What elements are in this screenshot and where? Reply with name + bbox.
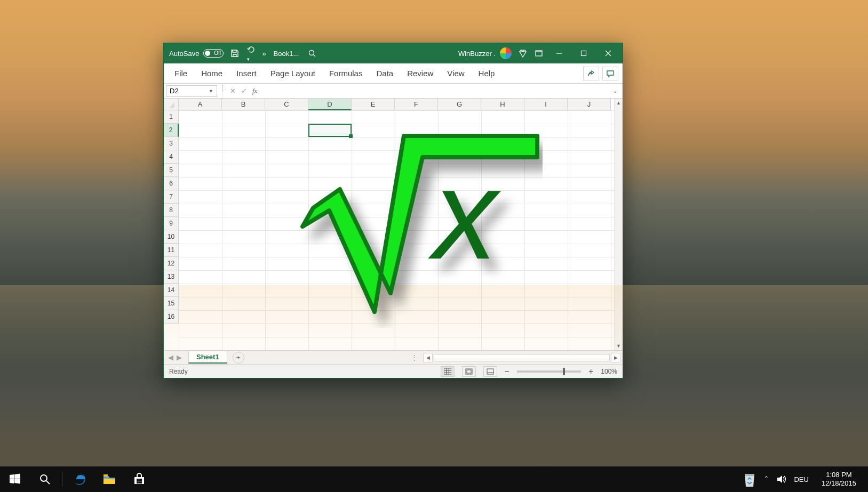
tab-review[interactable]: Review xyxy=(401,66,440,81)
comments-button[interactable] xyxy=(602,67,618,80)
view-page-break-button[interactable] xyxy=(483,366,497,377)
account-name: WinBuzzer . xyxy=(458,50,496,58)
volume-icon[interactable] xyxy=(776,474,786,485)
tray-overflow[interactable]: ˄ xyxy=(765,475,768,483)
row-header[interactable]: 11 xyxy=(164,244,179,257)
row-header[interactable]: 9 xyxy=(164,217,179,230)
ribbon-display-options[interactable] xyxy=(531,46,547,60)
scroll-down-icon[interactable]: ▼ xyxy=(615,342,623,350)
taskbar-edge[interactable] xyxy=(65,466,94,492)
row-header[interactable]: 1 xyxy=(164,110,179,124)
row-header[interactable]: 4 xyxy=(164,150,179,164)
row-header[interactable]: 12 xyxy=(164,257,179,270)
select-all-corner[interactable] xyxy=(164,99,179,110)
zoom-in-button[interactable]: + xyxy=(588,367,593,376)
maximize-button[interactable] xyxy=(571,43,596,63)
row-header[interactable]: 3 xyxy=(164,137,179,150)
sheet-tab-active[interactable]: Sheet1 xyxy=(188,351,227,364)
tab-page-layout[interactable]: Page Layout xyxy=(264,66,322,81)
view-page-layout-button[interactable] xyxy=(462,366,476,377)
col-header[interactable]: G xyxy=(438,99,481,110)
active-cell[interactable] xyxy=(308,124,352,137)
row-header[interactable]: 14 xyxy=(164,284,179,297)
row-header[interactable]: 10 xyxy=(164,230,179,244)
autosave-pill[interactable]: Off xyxy=(203,49,224,58)
col-header[interactable]: C xyxy=(265,99,308,110)
cells-area[interactable] xyxy=(179,110,614,350)
row-header[interactable]: 7 xyxy=(164,190,179,204)
sheet-nav[interactable]: ◀▶ xyxy=(164,353,186,361)
maximize-icon xyxy=(580,50,587,57)
formula-input[interactable] xyxy=(262,85,613,97)
col-header[interactable]: I xyxy=(524,99,568,110)
scroll-up-icon[interactable]: ▲ xyxy=(615,99,623,107)
tab-file[interactable]: File xyxy=(168,66,194,81)
add-sheet-button[interactable]: + xyxy=(233,352,244,364)
svg-rect-9 xyxy=(487,369,493,374)
scroll-left-icon[interactable]: ◀ xyxy=(423,353,433,362)
hscroll-track[interactable] xyxy=(434,354,610,361)
col-header[interactable]: B xyxy=(222,99,265,110)
autosave-toggle[interactable]: AutoSave Off xyxy=(166,49,227,58)
tab-home[interactable]: Home xyxy=(195,66,229,81)
scroll-right-icon[interactable]: ▶ xyxy=(611,353,620,362)
row-header[interactable]: 13 xyxy=(164,270,179,284)
taskbar-search[interactable] xyxy=(30,466,60,492)
sheet-drag-handle[interactable]: ⋮ xyxy=(407,353,423,361)
row-header[interactable]: 15 xyxy=(164,297,179,310)
document-title: Book1... xyxy=(268,50,305,58)
language-indicator[interactable]: DEU xyxy=(794,475,808,483)
tab-formulas[interactable]: Formulas xyxy=(323,66,369,81)
minimize-button[interactable] xyxy=(547,43,571,63)
horizontal-scrollbar[interactable]: ◀ ▶ xyxy=(423,353,623,362)
taskbar-explorer[interactable] xyxy=(94,466,124,492)
taskbar-clock[interactable]: 1:08 PM 12/18/2015 xyxy=(816,471,862,487)
name-box[interactable]: D2 ▼ xyxy=(166,85,217,97)
view-normal-button[interactable] xyxy=(441,366,455,377)
search-button[interactable] xyxy=(304,46,320,60)
tab-data[interactable]: Data xyxy=(370,66,400,81)
enter-formula-icon[interactable]: ✓ xyxy=(241,87,247,95)
store-icon xyxy=(132,472,146,486)
start-button[interactable] xyxy=(0,466,30,492)
zoom-out-button[interactable]: − xyxy=(505,367,509,376)
col-header[interactable]: A xyxy=(179,99,222,110)
row-header[interactable]: 5 xyxy=(164,164,179,177)
row-header[interactable]: 6 xyxy=(164,177,179,190)
clock-time: 1:08 PM xyxy=(822,471,856,479)
row-header[interactable]: 16 xyxy=(164,310,179,324)
qat-overflow[interactable]: » xyxy=(259,47,268,60)
svg-line-1 xyxy=(314,55,316,57)
tab-view[interactable]: View xyxy=(441,66,471,81)
share-button[interactable] xyxy=(583,67,599,80)
row-header[interactable]: 8 xyxy=(164,204,179,217)
zoom-level[interactable]: 100% xyxy=(601,368,617,375)
taskbar-store[interactable] xyxy=(124,466,154,492)
col-header[interactable]: E xyxy=(352,99,395,110)
autosave-label: AutoSave xyxy=(169,50,199,58)
row-header[interactable]: 2 xyxy=(164,124,179,137)
svg-rect-5 xyxy=(582,51,586,56)
undo-button[interactable]: ▾ xyxy=(243,43,259,64)
tab-help[interactable]: Help xyxy=(472,66,501,81)
col-header[interactable]: H xyxy=(481,99,524,110)
recycle-bin-icon[interactable] xyxy=(742,471,757,488)
expand-formula-bar[interactable]: ⌄ xyxy=(613,88,623,94)
col-header[interactable]: F xyxy=(395,99,438,110)
close-button[interactable] xyxy=(596,43,620,63)
column-headers: A B C D E F G H I J xyxy=(179,99,614,110)
col-header[interactable]: D xyxy=(308,99,352,110)
search-icon xyxy=(307,49,317,58)
cancel-formula-icon[interactable]: ✕ xyxy=(230,87,236,95)
fx-icon[interactable]: fx xyxy=(252,87,257,95)
zoom-slider[interactable] xyxy=(517,370,581,373)
col-header[interactable]: J xyxy=(568,99,611,110)
tab-insert[interactable]: Insert xyxy=(230,66,263,81)
spreadsheet-grid[interactable]: A B C D E F G H I J 1 2 3 4 5 6 7 8 9 xyxy=(164,99,623,350)
vertical-scrollbar[interactable]: ▲ ▼ xyxy=(614,99,623,350)
diamond-button[interactable] xyxy=(515,46,531,60)
page-layout-icon xyxy=(465,368,473,375)
account-area[interactable]: WinBuzzer . xyxy=(455,47,515,59)
save-button[interactable] xyxy=(227,46,243,60)
taskbar: ˄ DEU 1:08 PM 12/18/2015 xyxy=(0,466,868,492)
